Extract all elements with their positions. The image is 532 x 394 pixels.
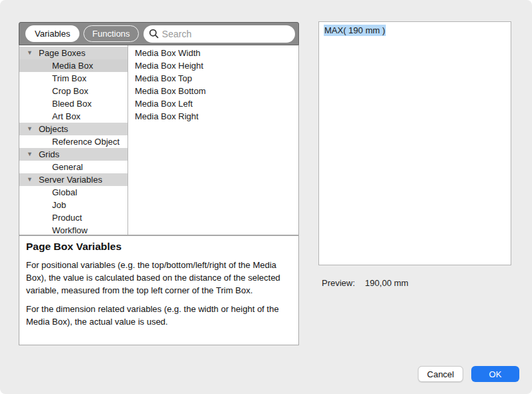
preview-row: Preview: 190,00 mm bbox=[322, 278, 409, 288]
tree-item-label: General bbox=[52, 162, 83, 172]
tree-item-general[interactable]: General bbox=[19, 161, 127, 173]
list-item-media-box-width[interactable]: Media Box Width bbox=[128, 47, 298, 59]
description-panel: Page Box Variables For positional variab… bbox=[19, 235, 299, 345]
tree-item-label: Workflow bbox=[52, 225, 87, 235]
list-item-media-box-bottom[interactable]: Media Box Bottom bbox=[128, 85, 298, 97]
tree-item-label: Job bbox=[52, 200, 66, 210]
ok-button[interactable]: OK bbox=[471, 366, 519, 382]
tab-variables[interactable]: Variables bbox=[25, 25, 79, 42]
tree-item-label: Media Box bbox=[52, 61, 93, 71]
tree-item-label: Product bbox=[52, 213, 82, 223]
disclosure-triangle-icon[interactable]: ▼ bbox=[27, 123, 33, 135]
tree-item-art-box[interactable]: Art Box bbox=[19, 110, 127, 123]
tree-item-job[interactable]: Job bbox=[19, 199, 127, 211]
tree-group-page-boxes[interactable]: ▼ Page Boxes bbox=[19, 47, 127, 59]
tree-group-server-variables[interactable]: ▼ Server Variables bbox=[19, 173, 127, 186]
tree-item-label: Reference Object bbox=[52, 137, 119, 147]
tree-item-bleed-box[interactable]: Bleed Box bbox=[19, 97, 127, 110]
tree-item-trim-box[interactable]: Trim Box bbox=[19, 72, 127, 85]
disclosure-triangle-icon[interactable]: ▼ bbox=[27, 47, 33, 59]
tree-item-label: Bleed Box bbox=[52, 99, 91, 109]
tree-group-objects[interactable]: ▼ Objects bbox=[19, 123, 127, 135]
description-paragraph-1: For positional variables (e.g. the top/b… bbox=[26, 259, 292, 297]
category-tree: ▼ Page Boxes Media Box Trim Box Crop Box… bbox=[19, 45, 128, 235]
tree-item-label: Global bbox=[52, 187, 77, 197]
tree-item-reference-object[interactable]: Reference Object bbox=[19, 135, 127, 148]
tree-item-label: Trim Box bbox=[52, 73, 87, 83]
search-field[interactable] bbox=[144, 25, 295, 43]
variables-browser: Variables Functions ▼ Page Boxes Media B… bbox=[19, 22, 299, 345]
browser-panes: ▼ Page Boxes Media Box Trim Box Crop Box… bbox=[19, 45, 299, 235]
list-item-media-box-top[interactable]: Media Box Top bbox=[128, 72, 298, 85]
tree-group-label: Grids bbox=[39, 149, 59, 159]
variables-dialog: Variables Functions ▼ Page Boxes Media B… bbox=[0, 0, 532, 394]
tree-item-media-box[interactable]: Media Box bbox=[19, 59, 127, 72]
toolbar: Variables Functions bbox=[19, 22, 299, 45]
tree-item-label: Art Box bbox=[52, 111, 81, 121]
list-item-media-box-height[interactable]: Media Box Height bbox=[128, 59, 298, 72]
search-input[interactable] bbox=[162, 29, 290, 39]
tree-item-global[interactable]: Global bbox=[19, 186, 127, 199]
disclosure-triangle-icon[interactable]: ▼ bbox=[27, 173, 33, 186]
tree-group-label: Objects bbox=[39, 124, 68, 134]
expression-text: MAX( 190 mm ) bbox=[324, 25, 386, 36]
tree-item-product[interactable]: Product bbox=[19, 211, 127, 224]
tree-item-crop-box[interactable]: Crop Box bbox=[19, 85, 127, 97]
tree-item-workflow[interactable]: Workflow bbox=[19, 224, 127, 237]
tab-functions[interactable]: Functions bbox=[83, 25, 138, 42]
preview-label: Preview: bbox=[322, 278, 355, 288]
cancel-button[interactable]: Cancel bbox=[418, 366, 463, 382]
expression-editor[interactable]: MAX( 190 mm ) bbox=[318, 21, 511, 265]
tree-item-label: Crop Box bbox=[52, 86, 88, 96]
description-title: Page Box Variables bbox=[26, 241, 292, 253]
search-icon bbox=[149, 29, 159, 39]
description-paragraph-2: For the dimension related variables (e.g… bbox=[26, 303, 292, 328]
tree-group-label: Server Variables bbox=[39, 175, 102, 185]
variables-list: Media Box Width Media Box Height Media B… bbox=[128, 45, 298, 235]
list-item-media-box-right[interactable]: Media Box Right bbox=[128, 110, 298, 123]
preview-value: 190,00 mm bbox=[365, 278, 409, 288]
tree-group-label: Page Boxes bbox=[39, 48, 85, 58]
tree-group-grids[interactable]: ▼ Grids bbox=[19, 148, 127, 161]
list-item-media-box-left[interactable]: Media Box Left bbox=[128, 97, 298, 110]
disclosure-triangle-icon[interactable]: ▼ bbox=[27, 148, 33, 161]
